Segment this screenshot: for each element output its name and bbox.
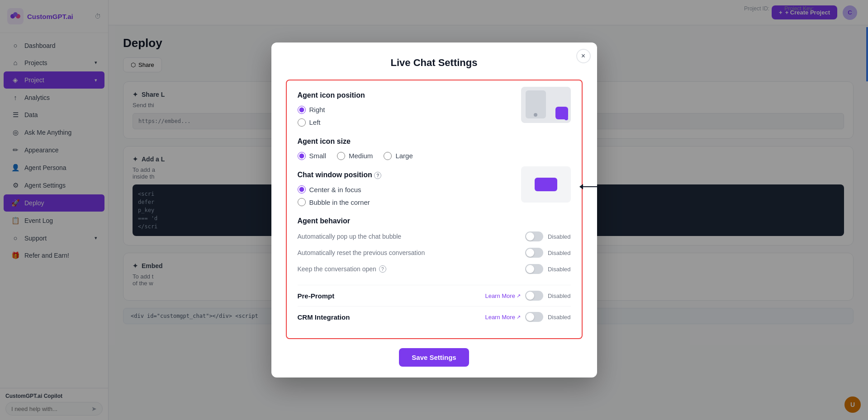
external-link-icon: ↗ [517, 293, 521, 299]
chat-window-preview [521, 166, 571, 203]
crm-integration-toggle[interactable] [525, 312, 543, 322]
radio-left-input[interactable] [298, 118, 306, 127]
crm-integration-status: Disabled [548, 314, 571, 321]
pre-prompt-right: Learn More ↗ Disabled [485, 291, 570, 301]
pre-prompt-learn-more[interactable]: Learn More ↗ [485, 293, 520, 299]
arrow-head [579, 184, 583, 189]
radio-medium-input[interactable] [337, 152, 345, 160]
live-chat-settings-modal: × Live Chat Settings Agent icon position… [271, 42, 597, 378]
auto-reset-toggle-right: Disabled [525, 248, 571, 258]
modal-overlay[interactable]: × Live Chat Settings Agent icon position… [0, 0, 868, 420]
keep-open-toggle-right: Disabled [525, 264, 571, 274]
agent-icon-position-title: Agent icon position [298, 91, 521, 99]
radio-right-input[interactable] [298, 106, 306, 114]
auto-reset-status: Disabled [548, 250, 571, 256]
pre-prompt-row: Pre-Prompt Learn More ↗ Disabled [298, 285, 571, 306]
keep-open-help-icon[interactable]: ? [379, 265, 386, 273]
agent-icon-size-options: Small Medium Large [298, 152, 571, 160]
auto-popup-toggle-right: Disabled [525, 231, 571, 241]
keep-open-toggle[interactable] [525, 264, 543, 274]
pre-prompt-status: Disabled [548, 293, 571, 299]
radio-center-input[interactable] [298, 185, 306, 193]
crm-integration-row: CRM Integration Learn More ↗ Disabled [298, 306, 571, 327]
radio-bubble-input[interactable] [298, 198, 306, 206]
radio-center[interactable]: Center & in focus [298, 185, 512, 193]
chat-window-preview-container [521, 171, 571, 203]
preview-phone [526, 90, 546, 118]
keep-open-row: Keep the conversation open ? Disabled [298, 264, 571, 274]
crm-integration-label: CRM Integration [298, 313, 350, 321]
agent-behavior-title: Agent behavior [298, 217, 571, 225]
crm-learn-more[interactable]: Learn More ↗ [485, 314, 520, 321]
auto-reset-toggle[interactable] [525, 248, 543, 258]
preview-bubble-dot [564, 117, 568, 120]
agent-icon-position-options: Right Left [298, 106, 521, 127]
modal-close-button[interactable]: × [576, 49, 591, 63]
chat-window-help-icon[interactable]: ? [374, 172, 381, 179]
modal-content-box: Agent icon position Right Left [286, 80, 583, 340]
auto-popup-row: Automatically pop up the chat bubble Dis… [298, 231, 571, 241]
modal-title: Live Chat Settings [286, 57, 583, 69]
chat-window-position-section: Chat window position ? Center & in focus… [298, 171, 571, 207]
icon-position-preview [521, 87, 571, 123]
save-settings-button[interactable]: Save Settings [399, 348, 469, 367]
preview-phone-dot [534, 113, 537, 117]
radio-small-input[interactable] [298, 152, 306, 160]
pre-prompt-toggle[interactable] [525, 291, 543, 301]
radio-medium[interactable]: Medium [337, 152, 373, 160]
radio-large[interactable]: Large [384, 152, 413, 160]
agent-icon-size-title: Agent icon size [298, 137, 571, 146]
auto-popup-toggle[interactable] [525, 231, 543, 241]
radio-small[interactable]: Small [298, 152, 327, 160]
keep-open-status: Disabled [548, 266, 571, 273]
pre-prompt-label: Pre-Prompt [298, 292, 335, 300]
keep-open-label: Keep the conversation open ? [298, 265, 386, 273]
radio-bubble[interactable]: Bubble in the corner [298, 198, 512, 206]
chat-window-position-title: Chat window position ? [298, 171, 512, 179]
crm-integration-right: Learn More ↗ Disabled [485, 312, 570, 322]
agent-behavior-section: Agent behavior Automatically pop up the … [298, 217, 571, 274]
agent-icon-size-section: Agent icon size Small Medium Large [298, 137, 571, 160]
auto-reset-row: Automatically reset the previous convers… [298, 248, 571, 258]
radio-right[interactable]: Right [298, 106, 521, 114]
radio-left[interactable]: Left [298, 118, 521, 127]
agent-icon-position-section: Agent icon position Right Left [298, 91, 571, 127]
preview-chat-box [535, 178, 557, 191]
chat-window-position-options: Center & in focus Bubble in the corner [298, 185, 512, 206]
auto-popup-status: Disabled [548, 233, 571, 240]
radio-large-input[interactable] [384, 152, 392, 160]
auto-reset-label: Automatically reset the previous convers… [298, 249, 425, 256]
arrow-container [580, 186, 597, 187]
auto-popup-label: Automatically pop up the chat bubble [298, 233, 402, 240]
external-link-icon: ↗ [517, 314, 521, 320]
